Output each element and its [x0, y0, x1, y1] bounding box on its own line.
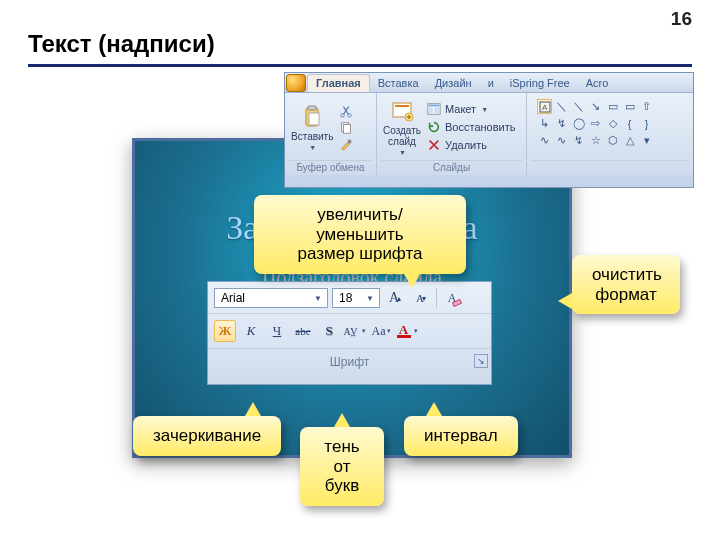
char-spacing-button[interactable]: AV ↔ ▾: [344, 320, 366, 342]
delete-button[interactable]: Удалить: [427, 138, 515, 153]
connector-shape-icon[interactable]: ↯: [571, 133, 586, 148]
svg-point-4: [348, 113, 352, 117]
dropdown-icon: ▼: [363, 294, 377, 303]
arrow-shape-icon[interactable]: ⇧: [639, 99, 654, 114]
font-color-button[interactable]: A ▾: [396, 320, 418, 342]
clear-format-button[interactable]: Aa: [441, 287, 463, 309]
ribbon-body: Вставить ▼ Буфер обмена Создать слайд: [285, 93, 693, 175]
layout-button[interactable]: Макет ▼: [427, 102, 515, 117]
grow-font-button[interactable]: A▴: [384, 287, 406, 309]
reset-label: Восстановить: [445, 121, 515, 133]
brace-shape-icon[interactable]: {: [622, 116, 637, 131]
font-name-combo[interactable]: Arial ▼: [214, 288, 328, 308]
font-size-combo[interactable]: 18 ▼: [332, 288, 380, 308]
triangle-shape-icon[interactable]: △: [622, 133, 637, 148]
ribbon-tab-ispring[interactable]: iSpring Free: [502, 75, 578, 91]
connector-shape-icon[interactable]: ↳: [537, 116, 552, 131]
dropdown-icon: ▾: [362, 327, 367, 335]
title-divider: [28, 64, 692, 67]
hex-shape-icon[interactable]: ⬡: [605, 133, 620, 148]
arrow-shape-icon[interactable]: ↘: [588, 99, 603, 114]
line-shape-icon[interactable]: ＼: [554, 99, 569, 114]
curve-shape-icon[interactable]: ∿: [554, 133, 569, 148]
svg-point-3: [341, 113, 345, 117]
new-slide-label: Создать слайд: [383, 125, 421, 147]
strike-button[interactable]: abc: [292, 320, 314, 342]
dropdown-icon: ▼: [399, 149, 406, 156]
dropdown-icon: ▼: [309, 144, 316, 151]
svg-rect-7: [348, 139, 352, 143]
clipboard-group-label: Буфер обмена: [289, 160, 372, 175]
dialog-launcher-icon[interactable]: ↘: [474, 354, 488, 368]
ribbon-tab-home[interactable]: Главная: [307, 74, 370, 92]
text-shadow-button[interactable]: S: [318, 320, 340, 342]
font-name-value: Arial: [221, 291, 311, 305]
scissors-icon[interactable]: [339, 104, 353, 118]
clipboard-icon: [300, 105, 324, 129]
svg-rect-2: [309, 113, 319, 125]
ribbon-group-clipboard: Вставить ▼ Буфер обмена: [285, 93, 377, 175]
reset-icon: [427, 120, 441, 134]
ribbon-group-shapes: A ＼ ＼ ↘ ▭ ▭ ⇧ ↳ ↯ ◯ ⇨ ◇ { } ∿ ∿ ↯ ☆ ⬡ △: [527, 93, 693, 175]
svg-rect-9: [395, 105, 409, 107]
page-title: Текст (надписи): [28, 30, 215, 58]
star-shape-icon[interactable]: ☆: [588, 133, 603, 148]
ribbon-group-slides: Создать слайд ▼ Макет ▼ Восстановить: [377, 93, 527, 175]
bold-button[interactable]: Ж: [214, 320, 236, 342]
ribbon-tab-design[interactable]: Дизайн: [427, 75, 480, 91]
new-slide-icon: [390, 99, 414, 123]
rect-shape-icon[interactable]: ▭: [622, 99, 637, 114]
reset-button[interactable]: Восстановить: [427, 120, 515, 135]
svg-rect-1: [308, 106, 316, 110]
svg-rect-14: [434, 107, 439, 113]
callout-strike: зачеркивание: [133, 416, 281, 456]
svg-rect-6: [344, 124, 351, 133]
callout-spacing: интервал: [404, 416, 518, 456]
shapes-group-spacer: [531, 160, 689, 175]
delete-icon: [427, 138, 441, 152]
ribbon-tab-acro[interactable]: Acro: [578, 75, 617, 91]
gallery-scroll-icon[interactable]: ▾: [639, 133, 654, 148]
dropdown-icon: ▼: [481, 106, 488, 113]
diamond-shape-icon[interactable]: ◇: [605, 116, 620, 131]
rect-shape-icon[interactable]: ▭: [605, 99, 620, 114]
copy-icon[interactable]: [339, 121, 353, 135]
paintbrush-icon[interactable]: [339, 138, 353, 152]
curve-shape-icon[interactable]: ∿: [537, 133, 552, 148]
font-group-label: Шрифт ↘: [208, 348, 491, 373]
change-case-button[interactable]: Aa▾: [370, 320, 392, 342]
paste-button[interactable]: Вставить ▼: [289, 103, 335, 153]
page-number: 16: [671, 8, 692, 30]
layout-label: Макет: [445, 103, 476, 115]
slides-group-label: Слайды: [381, 160, 522, 175]
line-shape-icon[interactable]: ＼: [571, 99, 586, 114]
italic-button[interactable]: К: [240, 320, 262, 342]
new-slide-button[interactable]: Создать слайд ▼: [381, 97, 423, 158]
ribbon-tab-insert[interactable]: Вставка: [370, 75, 427, 91]
underline-button[interactable]: Ч: [266, 320, 288, 342]
oval-shape-icon[interactable]: ◯: [571, 116, 586, 131]
dropdown-icon: ▾: [414, 327, 418, 335]
ribbon: Главная Вставка Дизайн и iSpring Free Ac…: [284, 72, 694, 188]
svg-text:A: A: [542, 103, 548, 112]
ribbon-tabs: Главная Вставка Дизайн и iSpring Free Ac…: [285, 73, 693, 93]
textbox-shape-icon[interactable]: A: [537, 99, 552, 114]
office-button[interactable]: [286, 74, 306, 92]
svg-rect-12: [429, 105, 440, 107]
brace-shape-icon[interactable]: }: [639, 116, 654, 131]
callout-font-size: увеличить/уменьшить размер шрифта: [254, 195, 466, 274]
delete-label: Удалить: [445, 139, 487, 151]
svg-rect-13: [429, 107, 433, 113]
font-group: Arial ▼ 18 ▼ A▴ A▾ Aa Ж К Ч abc S AV ↔ ▾…: [207, 281, 492, 385]
arrow-shape-icon[interactable]: ⇨: [588, 116, 603, 131]
callout-shadow: тень от букв: [300, 427, 384, 506]
dropdown-icon: ▼: [311, 294, 325, 303]
connector-shape-icon[interactable]: ↯: [554, 116, 569, 131]
shapes-gallery[interactable]: A ＼ ＼ ↘ ▭ ▭ ⇧ ↳ ↯ ◯ ⇨ ◇ { } ∿ ∿ ↯ ☆ ⬡ △: [531, 95, 689, 148]
shrink-font-button[interactable]: A▾: [410, 287, 432, 309]
dropdown-icon: ▾: [387, 327, 391, 335]
layout-icon: [427, 102, 441, 116]
callout-clear-format: очистить формат: [572, 255, 680, 314]
font-size-value: 18: [339, 291, 363, 305]
ribbon-tab-extra[interactable]: и: [480, 75, 502, 91]
